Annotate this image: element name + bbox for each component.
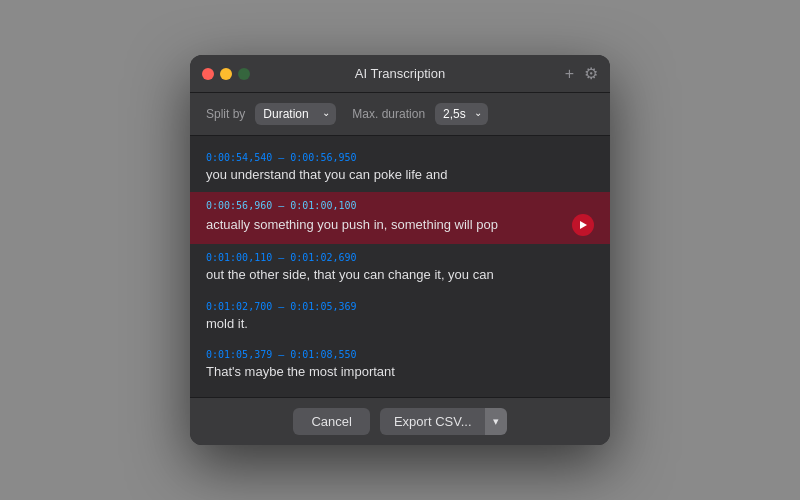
- list-item[interactable]: 0:01:00,110 — 0:01:02,690 out the other …: [190, 244, 610, 292]
- list-item[interactable]: 0:00:56,960 — 0:01:00,100 actually somet…: [190, 192, 610, 244]
- max-duration-dropdown[interactable]: 1s 1,5s 2s 2,5s 3s 4s 5s: [435, 103, 488, 125]
- list-item[interactable]: 0:01:02,700 — 0:01:05,369 mold it.: [190, 293, 610, 341]
- timestamp: 0:01:02,700 — 0:01:05,369: [206, 301, 594, 312]
- export-dropdown-arrow[interactable]: ▾: [485, 408, 507, 435]
- add-icon[interactable]: +: [565, 65, 574, 83]
- gear-icon[interactable]: ⚙: [584, 64, 598, 83]
- maximize-button[interactable]: [238, 68, 250, 80]
- list-item[interactable]: 0:01:05,379 — 0:01:08,550 That's maybe t…: [190, 341, 610, 389]
- split-by-label: Split by: [206, 107, 245, 121]
- max-duration-dropdown-wrapper: 1s 1,5s 2s 2,5s 3s 4s 5s: [435, 103, 488, 125]
- transcript-text: mold it.: [206, 315, 248, 333]
- cancel-button[interactable]: Cancel: [293, 408, 369, 435]
- main-window: AI Transcription + ⚙ Split by Duration S…: [190, 55, 610, 445]
- item-inner: out the other side, that you can change …: [206, 266, 594, 284]
- timestamp: 0:01:05,379 — 0:01:08,550: [206, 349, 594, 360]
- export-wrapper: Export CSV... ▾: [380, 408, 507, 435]
- item-inner: That's maybe the most important: [206, 363, 594, 381]
- max-duration-label: Max. duration: [352, 107, 425, 121]
- transcript-text: actually something you push in, somethin…: [206, 216, 498, 234]
- transcript-text: you understand that you can poke life an…: [206, 166, 447, 184]
- titlebar: AI Transcription + ⚙: [190, 55, 610, 93]
- toolbar: Split by Duration Sentence Words Max. du…: [190, 93, 610, 136]
- transcript-list: 0:00:54,540 — 0:00:56,950 you understand…: [190, 136, 610, 397]
- footer: Cancel Export CSV... ▾: [190, 397, 610, 445]
- transcript-text: That's maybe the most important: [206, 363, 395, 381]
- timestamp: 0:00:54,540 — 0:00:56,950: [206, 152, 594, 163]
- timestamp: 0:01:00,110 — 0:01:02,690: [206, 252, 594, 263]
- split-by-dropdown[interactable]: Duration Sentence Words: [255, 103, 336, 125]
- timestamp: 0:00:56,960 — 0:01:00,100: [206, 200, 594, 211]
- split-by-dropdown-wrapper: Duration Sentence Words: [255, 103, 336, 125]
- traffic-lights: [202, 68, 250, 80]
- window-title: AI Transcription: [355, 66, 445, 81]
- transcript-text: out the other side, that you can change …: [206, 266, 494, 284]
- item-inner: you understand that you can poke life an…: [206, 166, 594, 184]
- titlebar-actions: + ⚙: [565, 64, 598, 83]
- export-csv-button[interactable]: Export CSV...: [380, 408, 486, 435]
- item-inner: actually something you push in, somethin…: [206, 214, 594, 236]
- list-item[interactable]: 0:00:54,540 — 0:00:56,950 you understand…: [190, 144, 610, 192]
- close-button[interactable]: [202, 68, 214, 80]
- minimize-button[interactable]: [220, 68, 232, 80]
- play-button[interactable]: [572, 214, 594, 236]
- item-inner: mold it.: [206, 315, 594, 333]
